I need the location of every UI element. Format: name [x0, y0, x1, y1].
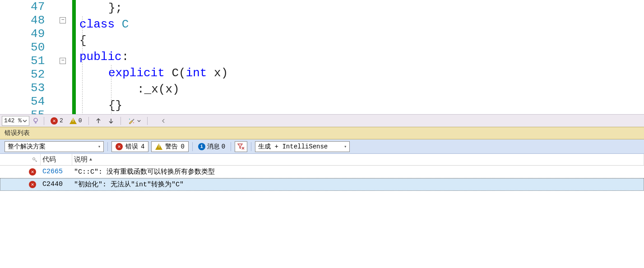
chevron-down-icon: ▾ — [98, 144, 101, 149]
code-column[interactable]: };class C{public:explicit C(int x):_x(x)… — [76, 0, 644, 114]
sort-asc-icon: ▲ — [89, 157, 92, 162]
row-desc-cell: "初始化": 无法从"int"转换为"C" — [72, 180, 644, 189]
separator — [120, 117, 121, 125]
code-area[interactable]: };class C{public:explicit C(int x):_x(x)… — [72, 0, 644, 114]
error-row[interactable]: ✕C2440"初始化": 无法从"int"转换为"C" — [0, 178, 644, 191]
change-indicator-bar — [72, 0, 76, 114]
info-icon: i — [198, 143, 205, 150]
line-number: 48 — [0, 14, 54, 27]
broom-icon — [127, 117, 135, 125]
messages-filter-button[interactable]: i 消息 0 — [196, 142, 227, 152]
token-ident: _x — [144, 83, 158, 96]
scroll-left-icon[interactable] — [161, 119, 166, 123]
chevron-down-icon: ▾ — [344, 144, 347, 149]
line-number: 47 — [0, 0, 54, 14]
column-header-desc[interactable]: 说明 ▲ — [72, 154, 644, 165]
line-number: 49 — [0, 27, 54, 41]
token-punct: { — [79, 34, 87, 47]
token-kw: class — [79, 18, 122, 31]
scope-dropdown[interactable]: 整个解决方案 ▾ — [5, 141, 104, 152]
code-line[interactable]: :_x(x) — [76, 81, 644, 97]
messages-filter-label: 消息 — [207, 143, 220, 151]
gutter-row: 55 — [0, 108, 72, 114]
errors-filter-button[interactable]: ✕ 错误 4 — [111, 141, 148, 152]
fold-toggle[interactable]: − — [60, 58, 66, 64]
gutter-row: 51− — [0, 54, 72, 68]
token-kw: public — [79, 50, 122, 64]
source-label: 生成 + IntelliSense — [258, 143, 341, 151]
row-icon-cell: ✕ — [0, 181, 41, 188]
cleanup-button[interactable] — [125, 116, 143, 126]
token-punct: ) — [221, 66, 228, 80]
lightbulb-icon[interactable] — [32, 117, 39, 125]
line-number: 55 — [0, 108, 54, 114]
gutter-row: 50 — [0, 41, 72, 54]
zoom-value: 142 % — [4, 117, 22, 124]
error-list-table[interactable]: 代码 说明 ▲ ✕C2665"C::C": 没有重载函数可以转换所有参数类型✕C… — [0, 154, 644, 268]
arrow-up-icon — [95, 118, 102, 124]
token-kw: explicit — [108, 66, 171, 80]
error-icon: ✕ — [29, 181, 36, 188]
line-number: 54 — [0, 95, 54, 108]
arrow-down-icon — [108, 118, 114, 124]
filter-clear-icon — [237, 143, 245, 151]
line-number: 50 — [0, 41, 54, 54]
code-line[interactable]: explicit C(int x) — [76, 65, 644, 81]
warnings-status-button[interactable]: 0 — [68, 116, 84, 126]
code-line[interactable]: class C — [76, 16, 644, 32]
code-line[interactable]: }; — [76, 0, 644, 16]
errors-status-button[interactable]: ✕ 2 — [49, 116, 65, 126]
token-punct: ) — [172, 83, 180, 96]
key-icon — [32, 157, 37, 162]
warning-icon — [155, 143, 162, 150]
next-issue-button[interactable] — [106, 116, 116, 126]
row-icon-cell: ✕ — [0, 168, 41, 176]
separator — [231, 142, 231, 151]
table-header: 代码 说明 ▲ — [0, 154, 644, 166]
token-nm: C — [171, 66, 179, 80]
fold-toggle[interactable]: − — [60, 17, 66, 23]
warnings-filter-button[interactable]: 警告 0 — [151, 141, 188, 152]
clear-filter-button[interactable] — [235, 141, 247, 152]
token-ident: x — [165, 83, 172, 96]
row-code-cell[interactable]: C2665 — [41, 168, 72, 176]
line-number: 51 — [0, 54, 54, 68]
token-punct: }; — [108, 1, 122, 15]
error-row[interactable]: ✕C2665"C::C": 没有重载函数可以转换所有参数类型 — [0, 166, 644, 178]
prev-issue-button[interactable] — [93, 116, 103, 126]
scope-label: 整个解决方案 — [8, 143, 95, 151]
code-line[interactable]: {} — [76, 97, 644, 114]
warnings-filter-count: 0 — [181, 143, 184, 150]
separator — [192, 142, 193, 151]
svg-point-1 — [129, 119, 130, 120]
source-dropdown[interactable]: 生成 + IntelliSense ▾ — [255, 141, 350, 152]
gutter-row: 53 — [0, 81, 72, 95]
indent-guide — [82, 16, 83, 114]
warnings-filter-label: 警告 — [165, 143, 178, 151]
zoom-dropdown[interactable]: 142 % — [2, 116, 29, 126]
token-punct: ( — [179, 66, 186, 80]
code-line[interactable]: public: — [76, 49, 644, 65]
column-header-code[interactable]: 代码 — [41, 154, 72, 165]
line-number: 53 — [0, 81, 54, 95]
code-line[interactable]: { — [76, 32, 644, 49]
token-punct: : — [137, 83, 144, 96]
warning-icon — [69, 118, 77, 124]
token-kw: int — [186, 66, 214, 80]
separator — [44, 117, 44, 125]
svg-point-2 — [133, 122, 134, 123]
error-list-toolbar: 整个解决方案 ▾ ✕ 错误 4 警告 0 i 消息 0 生成 + Intelli… — [0, 139, 644, 154]
error-list-panel-title[interactable]: 错误列表 — [0, 127, 644, 139]
column-header-icon[interactable] — [0, 154, 41, 165]
chevron-down-icon — [23, 119, 27, 123]
messages-filter-count: 0 — [222, 143, 225, 150]
gutter-row: 54 — [0, 95, 72, 108]
code-line[interactable] — [76, 114, 644, 114]
gutter-row: 52 — [0, 68, 72, 81]
code-editor[interactable]: 4748−495051−525354555657 };class C{publi… — [0, 0, 644, 114]
gutter-row: 49 — [0, 27, 72, 41]
line-number: 52 — [0, 68, 54, 81]
gutter-row: 48− — [0, 14, 72, 27]
separator — [107, 142, 108, 151]
token-punct: ( — [158, 83, 166, 96]
